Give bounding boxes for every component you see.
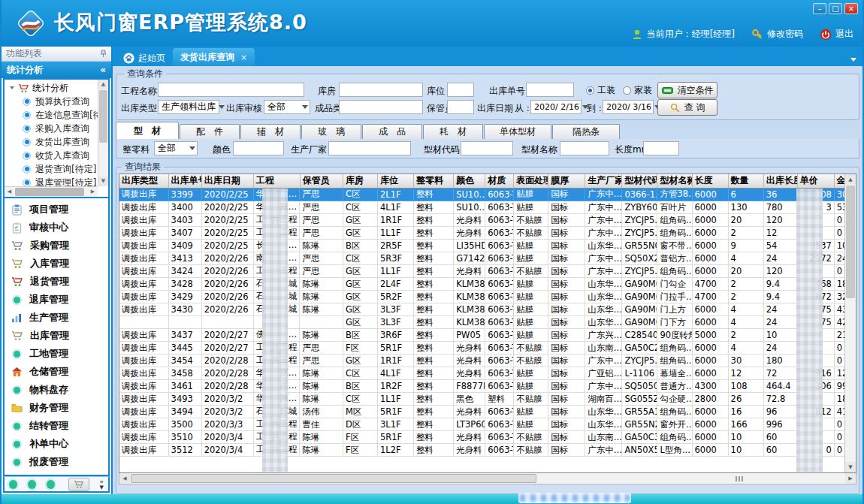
table-row[interactable]: 调拨出库34452020/2/27工共工程严思F区5R1F整料光身料6063-T…: [119, 342, 845, 355]
table-row[interactable]: 调拨出库34032020/2/25工共工程严思G区1R1F整料光身料6063-T…: [119, 214, 845, 227]
maker-input[interactable]: [328, 141, 411, 155]
table-row[interactable]: 调拨出库34942020/3/2石辉城汤伟M区5R1F整料光身料6063-T5贴…: [119, 406, 845, 418]
cart-button[interactable]: [68, 478, 89, 491]
tree-item[interactable]: 预算执行查询: [5, 95, 98, 108]
sidebar-item-出库管理[interactable]: 出库管理: [5, 327, 108, 345]
column-header[interactable]: 表面处理: [514, 174, 548, 188]
date-to-select[interactable]: 2020/ 3/16: [603, 100, 654, 114]
table-row[interactable]: 调拨出库34292020/2/26石城陈琳G区5R2F整料KLM38176063…: [119, 291, 845, 303]
maximize-button[interactable]: □: [829, 3, 842, 14]
dot-button[interactable]: [9, 480, 17, 489]
table-row[interactable]: 调拨出库34542020/2/28工共工程严思G区1R1F整料光身料6063-T…: [119, 355, 845, 367]
tree-vertical-scrollbar[interactable]: ▲ ▼: [98, 80, 108, 186]
sidebar-item-审核中心[interactable]: 审核中心: [5, 219, 108, 237]
column-header[interactable]: 长度: [692, 174, 728, 188]
material-tab[interactable]: 耗 材: [423, 124, 483, 139]
column-header[interactable]: 颜色: [454, 174, 485, 188]
length-input[interactable]: [643, 141, 679, 155]
location-input[interactable]: [447, 83, 474, 97]
sidebar-more-button[interactable]: » ▼: [100, 478, 104, 490]
color-input[interactable]: [233, 141, 284, 155]
material-tab[interactable]: 隔热条: [552, 124, 620, 139]
table-row[interactable]: 调拨出库34072020/2/25工工程严思G区1L1F整料光身料6063-T5…: [119, 227, 845, 240]
pin-icon[interactable]: [100, 50, 107, 58]
tree-root-statistics[interactable]: 统计分析: [5, 81, 98, 95]
table-row[interactable]: 调拨出库34282020/2/26石城陈琳G区2L4F整料KLM38176063…: [119, 278, 845, 291]
sidebar-item-入库管理[interactable]: 入库管理: [5, 255, 108, 273]
sidebar-item-退货管理[interactable]: 退货管理: [5, 273, 108, 291]
column-header[interactable]: 生产厂家: [585, 174, 622, 188]
sidebar-item-报废管理[interactable]: 报废管理: [5, 453, 108, 471]
keeper-input[interactable]: [447, 100, 474, 114]
table-row[interactable]: 调拨出库33992020/2/25华原…严思C区2L1F整料SU10...606…: [119, 188, 845, 201]
column-header[interactable]: 库房: [343, 174, 377, 188]
sidebar-item-项目管理[interactable]: 项目管理: [5, 201, 108, 219]
table-row[interactable]: 调拨出库35002020/3/3工共工程曹佳D区3L1F整料LT3P606063…: [119, 418, 845, 431]
column-header[interactable]: 膜厚: [548, 174, 585, 188]
column-header[interactable]: 材质: [485, 174, 514, 188]
table-row[interactable]: 调拨出库34002020/2/25华原…严思C区4L1F整料SU10...606…: [119, 201, 845, 214]
column-header[interactable]: 单价: [797, 174, 834, 188]
column-header[interactable]: 出库单号: [168, 174, 201, 188]
sidebar-item-工地管理[interactable]: 工地管理: [5, 345, 108, 363]
collapse-icon[interactable]: «: [100, 65, 106, 75]
change-password-button[interactable]: 修改密码: [751, 28, 803, 41]
table-row[interactable]: 调拨出库34092020/2/25长…陈琳B区2R5F整料LI35HD6063-…: [119, 240, 845, 252]
dot-button[interactable]: [47, 480, 55, 489]
table-row[interactable]: 调拨出库35102020/3/4工共工程陈琳F区5R1F整料光身料6063-T5…: [119, 431, 845, 444]
material-tab[interactable]: 玻 璃: [301, 124, 361, 139]
sidebar-item-补单中心[interactable]: 补单中心: [5, 435, 108, 453]
project-name-input[interactable]: [158, 83, 304, 97]
tree-horizontal-scrollbar[interactable]: ◀ ▶: [5, 186, 98, 197]
date-from-select[interactable]: 2020/ 2/16: [530, 100, 582, 114]
column-header[interactable]: 出库类型: [119, 174, 168, 188]
clear-conditions-button[interactable]: 清空条件: [657, 82, 717, 98]
column-header[interactable]: 数量: [728, 174, 763, 188]
column-header[interactable]: 型材代码: [622, 174, 657, 188]
tab-home[interactable]: 起始页: [116, 50, 173, 66]
sidebar-item-财务管理[interactable]: 财务管理: [5, 399, 108, 417]
material-tab[interactable]: 型 材: [116, 122, 179, 139]
table-row[interactable]: 调拨出库34242020/2/26工工程严思G区1L1F整料光身料6063-T5…: [119, 265, 845, 278]
dot-button[interactable]: [28, 480, 36, 489]
tree-item[interactable]: 发货出库查询: [5, 135, 98, 149]
minimize-button[interactable]: –: [813, 3, 826, 14]
column-header[interactable]: 保管员: [300, 174, 343, 188]
radio-jiazhuang[interactable]: 家装: [623, 84, 652, 97]
sidebar-item-结转管理[interactable]: 结转管理: [5, 417, 108, 435]
material-tab[interactable]: 配 件: [180, 124, 240, 139]
column-header[interactable]: 出库日期: [201, 174, 253, 188]
sidebar-item-仓储管理[interactable]: 仓储管理: [5, 363, 108, 381]
material-tab[interactable]: 成 品: [362, 124, 422, 139]
sidebar-item-物料盘存[interactable]: 物料盘存: [5, 381, 108, 399]
tab-overflow-icon[interactable]: [850, 58, 856, 62]
sidebar-section-statistics[interactable]: 统计分析 «: [2, 62, 111, 78]
sidebar-item-采购管理[interactable]: 采购管理: [5, 237, 108, 255]
tree-item[interactable]: 退货查询[待定]: [5, 162, 98, 176]
logout-button[interactable]: 退出: [820, 28, 853, 41]
tree-item[interactable]: 采购入库查询: [5, 122, 98, 135]
column-header[interactable]: 工程: [253, 174, 300, 188]
column-header[interactable]: 金: [834, 174, 844, 188]
column-header[interactable]: 出库长度: [763, 174, 797, 188]
table-row[interactable]: 调拨出库34932020/3/2华原…陈琳C区1L1F整料黑色塑料不贴膜国标湖南…: [119, 393, 845, 406]
tree-item[interactable]: 收货入库查询: [5, 149, 98, 162]
sidebar-item-生产管理[interactable]: 生产管理: [5, 309, 108, 327]
tab-close-icon[interactable]: ×: [240, 53, 247, 62]
product-type-input[interactable]: [339, 100, 423, 114]
table-row[interactable]: 调拨出库34582020/2/28华原…陈琳C区4L1F整料光身料6063-T5…: [119, 367, 845, 380]
table-row[interactable]: 调拨出库34612020/2/28华原…陈琳B区1R2F整料F8877FT606…: [119, 380, 845, 393]
tab-shipment-outbound-query[interactable]: 发货出库查询 ×: [173, 48, 255, 66]
table-row[interactable]: 调拨出库34302020/2/26石城陈琳G区3L3F整料KLM38176063…: [119, 303, 845, 316]
profile-code-input[interactable]: [461, 141, 513, 155]
warehouse-input[interactable]: [339, 83, 423, 97]
outbound-type-select[interactable]: 生产领料出库: [158, 100, 219, 114]
profile-name-input[interactable]: [560, 141, 609, 155]
tree-item[interactable]: 退库管理[待定]: [5, 176, 98, 186]
grid-horizontal-scrollbar[interactable]: ◀ ▶: [119, 473, 856, 484]
column-header[interactable]: 整零料: [414, 174, 454, 188]
close-button[interactable]: ×: [844, 3, 858, 14]
sidebar-item-退库管理[interactable]: 退库管理: [5, 291, 108, 309]
radio-gongzhuang[interactable]: 工装: [586, 84, 615, 97]
whole-piece-select[interactable]: 全部: [154, 141, 198, 155]
